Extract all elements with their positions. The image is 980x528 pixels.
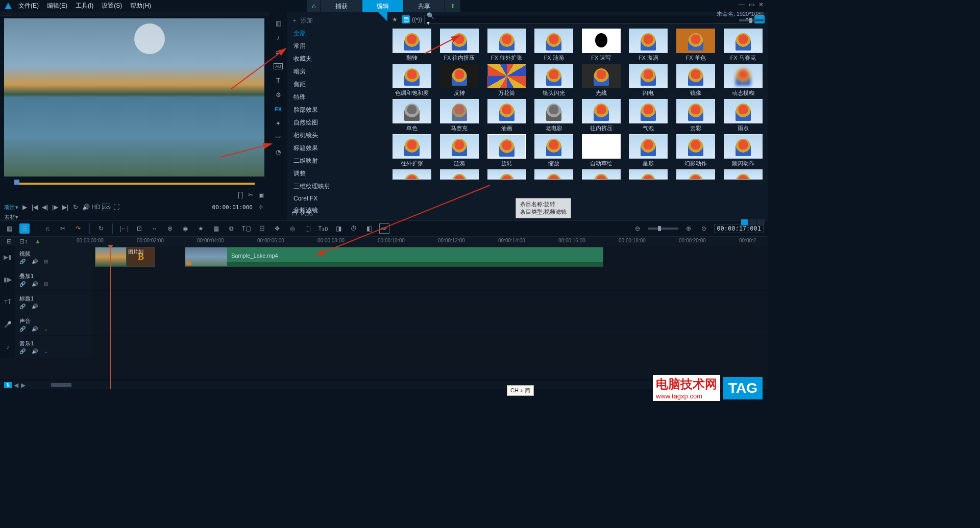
fx-item[interactable]: 光线 — [579, 64, 624, 97]
timecode-stepper[interactable]: ≑ — [257, 203, 265, 211]
category-item[interactable]: 暗房 — [287, 65, 387, 78]
audio-tab-icon[interactable]: ♪ — [269, 31, 287, 45]
resize-icon[interactable]: ↔ — [150, 223, 160, 234]
music-track-content[interactable] — [92, 336, 768, 358]
fx-item[interactable]: FX 速写 — [579, 29, 624, 62]
crop-tool-icon[interactable]: ⬚ — [303, 223, 313, 234]
hd-toggle[interactable]: HD — [92, 203, 100, 211]
zoom-in-icon[interactable]: ⊕ — [683, 223, 694, 234]
cut-tool-icon[interactable]: ✂ — [58, 223, 68, 234]
category-item[interactable]: 标题效果 — [287, 142, 387, 155]
fx-item[interactable]: 幻影动作 — [673, 134, 719, 167]
category-item[interactable]: 全部 — [287, 27, 387, 40]
3d-title-icon[interactable]: T₃ᴅ — [318, 223, 328, 234]
fx-item[interactable] — [531, 169, 577, 180]
category-item[interactable]: 三维纹理映射 — [287, 180, 387, 193]
fx-item[interactable]: 频闪动作 — [720, 134, 766, 167]
menu-tools[interactable]: 工具(I) — [76, 2, 93, 10]
list-view-icon[interactable]: ▤ — [402, 15, 410, 23]
fx-item[interactable]: 万花筒 — [484, 64, 529, 97]
fx-item[interactable]: 翻转 — [389, 29, 435, 62]
timeline-ruler[interactable]: ⊟ ⊡↕ ▲ 00:00:00:0000:00:02:0000:00:04:00… — [0, 237, 768, 246]
mask-icon[interactable]: ◨ — [333, 223, 344, 234]
add-category-icon[interactable]: ＋ — [291, 16, 298, 25]
motion-tab-icon[interactable]: ✦ — [269, 116, 287, 131]
fx-item[interactable]: 旋转 — [484, 134, 529, 167]
track-collapse-icon[interactable]: ⊟ — [4, 236, 14, 246]
subtitle-icon[interactable]: ☷ — [257, 223, 267, 234]
marker-icon[interactable]: |←| — [119, 223, 129, 234]
graphic-tab-icon[interactable]: ⚙ — [269, 88, 287, 102]
speed-icon[interactable]: ⏱ — [349, 223, 359, 234]
clip-image-1[interactable] — [95, 247, 127, 267]
fx-item[interactable]: 油画 — [484, 99, 529, 132]
voice-track-content[interactable] — [92, 313, 768, 335]
fx-item[interactable]: 反转 — [437, 64, 482, 97]
crop-icon[interactable]: [ ] — [236, 191, 244, 199]
fx-tab-icon[interactable]: FX — [269, 102, 287, 116]
speed-tab-icon[interactable]: ◔ — [269, 145, 287, 159]
fx-item[interactable]: 镜头闪光 — [531, 64, 577, 97]
music-track-icon[interactable]: ♪ — [0, 336, 15, 358]
fx-item[interactable]: 自动草绘 — [579, 134, 624, 167]
tab-edit[interactable]: 编辑 — [362, 0, 404, 12]
transition-tool-icon[interactable]: ▦ — [211, 223, 221, 234]
tab-capture[interactable]: 捕获 — [321, 0, 362, 12]
preview-viewport[interactable] — [4, 18, 264, 177]
layout-preset-1[interactable] — [741, 219, 748, 225]
loop-icon[interactable]: ↻ — [71, 203, 80, 211]
cut-icon[interactable]: ✂ — [247, 191, 255, 199]
aspect-ratio[interactable]: 16:9 — [102, 203, 110, 211]
fx-item[interactable] — [673, 169, 719, 180]
track-options-icon[interactable]: ⊡↕ — [18, 236, 29, 246]
color-icon[interactable]: ◧ — [364, 223, 374, 234]
track-add-icon[interactable]: ▲ — [33, 236, 43, 246]
play-button[interactable]: ▶ — [20, 203, 29, 211]
collapse-tracks-icon[interactable]: ⇅ — [4, 382, 12, 388]
prev-frame-icon[interactable]: ◀| — [41, 203, 49, 211]
fx-item[interactable]: FX 单色 — [673, 29, 719, 62]
volume-icon[interactable]: 🔊 — [82, 203, 90, 211]
clip-transition-b[interactable]: 图片刻 B — [127, 247, 155, 267]
record-icon[interactable]: ⊡ — [134, 223, 144, 234]
pan-icon[interactable]: ✥ — [272, 223, 282, 234]
text-tab-icon[interactable]: T — [269, 73, 287, 88]
category-item[interactable]: 收藏夹 — [287, 53, 387, 65]
close-icon[interactable]: ✕ — [758, 1, 764, 8]
timeline-view-icon[interactable]: ☰ — [19, 223, 30, 234]
thumb-size-slider[interactable] — [739, 19, 764, 21]
fx-item[interactable] — [626, 169, 671, 180]
fx-item[interactable]: 气泡 — [626, 99, 671, 132]
menu-settings[interactable]: 设置(S) — [102, 2, 122, 10]
smart-icon[interactable]: ◉ — [180, 223, 190, 234]
category-item[interactable]: 常用 — [287, 40, 387, 53]
goto-end-icon[interactable]: ▶| — [61, 203, 69, 211]
zoom-tool-icon[interactable]: ⊕ — [165, 223, 175, 234]
fx-item[interactable]: FX 漩涡 — [626, 29, 671, 62]
category-item[interactable]: 焦距 — [287, 78, 387, 91]
menu-file[interactable]: 文件(E) — [18, 2, 39, 10]
path-tab-icon[interactable]: 〰 — [269, 131, 287, 145]
video-track-icon[interactable]: ▶▮ — [0, 246, 15, 268]
scroll-left-icon[interactable]: ◀ — [12, 382, 19, 389]
category-item[interactable]: 调整 — [287, 167, 387, 180]
redo2-icon[interactable]: ↻ — [96, 223, 106, 234]
category-item[interactable]: 二维映射 — [287, 155, 387, 167]
scrub-handle[interactable] — [14, 180, 19, 185]
preview-timecode[interactable]: 00:00:01:000 — [212, 204, 253, 211]
next-frame-icon[interactable]: |▶ — [51, 203, 59, 211]
fx-item[interactable] — [720, 169, 766, 180]
overlay-track-content[interactable] — [92, 268, 768, 290]
fx-item[interactable]: 镜像 — [673, 64, 719, 97]
browse-button[interactable]: 🗀 浏览 — [291, 209, 313, 217]
media-tab-icon[interactable]: ▥ — [269, 16, 287, 31]
upload-icon[interactable]: ⬆ — [445, 0, 461, 12]
voice-track-icon[interactable]: 🎤 — [0, 313, 15, 335]
gif-icon[interactable]: GIF — [379, 223, 389, 234]
fx-item[interactable]: 涟漪 — [437, 134, 482, 167]
fx-item[interactable]: 马赛克 — [437, 99, 482, 132]
category-item[interactable]: 脸部效果 — [287, 104, 387, 116]
fx-item[interactable]: 云彩 — [673, 99, 719, 132]
favorite-icon[interactable]: ★ — [390, 15, 399, 23]
mute-toggle-icon[interactable]: 🔊 — [32, 259, 38, 264]
